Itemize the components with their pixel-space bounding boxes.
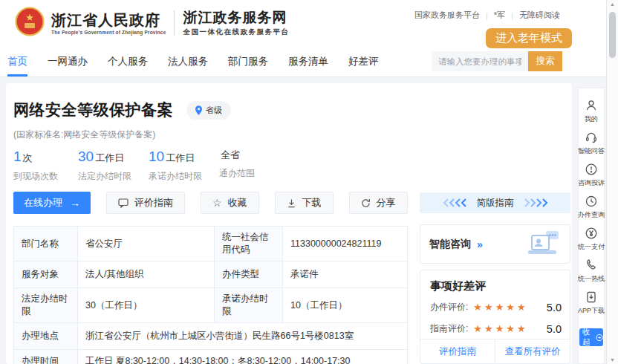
rating-link-view-all[interactable]: 查看所有评价	[495, 339, 570, 363]
toolbar-label: 统一支付	[578, 242, 605, 252]
toolbar-label: 统一热线	[578, 274, 605, 284]
rating-row-guide: 指南评价: ★★★★★ 5.0	[430, 322, 562, 335]
rating-row-case: 办件评价: ★★★★★ 5.0	[430, 301, 562, 313]
table-row: 办理地点 浙江省公安厅（杭州市上城区小营街道）民生路66号1号楼0813室	[14, 323, 408, 350]
stat-label: 承诺办结时限	[149, 170, 219, 183]
favorite-label: 收藏	[228, 196, 247, 209]
rating-label: 指南评价:	[430, 322, 468, 335]
rating-score: 5.0	[547, 302, 562, 313]
top-link-separator: |	[486, 11, 488, 20]
top-link-username[interactable]: *军	[494, 10, 505, 21]
main-card: 网络安全等级保护备案 省级 (国家标准名:网络安全等级保护备案) 1 次 到现场…	[6, 83, 572, 364]
toolbar-item-case-query[interactable]: 办件查询	[578, 195, 605, 220]
toolbar-label: 智能问答	[578, 146, 605, 156]
nav-item-department[interactable]: 部门服务	[228, 46, 268, 77]
stat-legal-limit: 30 工作日 法定办结时限	[78, 149, 149, 183]
portal-name: 浙江政务服务网	[183, 10, 289, 25]
search-input[interactable]	[432, 51, 528, 71]
download-icon	[287, 198, 296, 208]
table-label: 部门名称	[14, 227, 78, 261]
elder-mode-button[interactable]: 进入老年模式	[486, 28, 572, 48]
svg-text:★: ★	[25, 12, 34, 23]
nav-item-one-net[interactable]: 一网通办	[48, 46, 88, 77]
site-logo[interactable]: ★ 浙江省人民政府 The People's Government of Zhe…	[15, 7, 289, 39]
collapse-button[interactable]: 收起	[579, 328, 603, 346]
table-row: 法定办结时限 30（工作日） 承诺办结时限 10（工作日）	[14, 288, 408, 323]
chevrons-left-icon	[443, 198, 468, 207]
simple-guide-banner[interactable]: 简版指南	[420, 192, 570, 213]
table-value: 工作日 夏8:30-12:00，14:30-18:00；冬8:30-12:00，…	[78, 350, 408, 364]
nav-item-home[interactable]: 首页	[7, 46, 27, 77]
stat-label: 到现场次数	[13, 170, 78, 183]
table-label: 办理时间	[14, 350, 78, 364]
scroll-up-arrow-icon[interactable]: ▲	[607, 1, 618, 7]
toolbar-item-complaint[interactable]: 咨询投诉	[578, 163, 605, 188]
table-value: 30（工作日）	[78, 288, 215, 323]
stat-unit: 次	[23, 152, 33, 165]
smart-consult-title: 智能咨询	[429, 238, 471, 251]
consult-laptop-icon	[525, 230, 561, 259]
table-row: 办理时间 工作日 夏8:30-12:00，14:30-18:00；冬8:30-1…	[14, 350, 408, 364]
toolbar-item-smart-qa[interactable]: 智能问答	[578, 131, 605, 156]
header-top-links: 国家政务服务平台 | *军 | 无障碍阅读	[414, 10, 560, 21]
download-button[interactable]: 下载	[275, 192, 334, 214]
top-link-accessibility[interactable]: 无障碍阅读	[519, 10, 560, 21]
stat-value: 10	[149, 149, 164, 165]
review-guide-button[interactable]: 评价指南	[106, 192, 185, 214]
stat-label: 法定办结时限	[78, 170, 149, 183]
favorite-button[interactable]: ☆ 收藏	[201, 192, 259, 214]
level-badge-label: 省级	[206, 105, 222, 116]
chevrons-right-icon	[523, 198, 548, 207]
scroll-down-arrow-icon[interactable]: ▼	[607, 357, 618, 363]
location-pin-icon	[195, 105, 202, 115]
national-emblem-icon: ★	[15, 7, 45, 39]
toolbar-item-hotline[interactable]: 统一热线	[578, 259, 605, 284]
table-value: 113300000024821119	[283, 227, 408, 261]
nav-item-personal[interactable]: 个人服务	[108, 46, 148, 77]
simple-guide-label: 简版指南	[477, 197, 514, 209]
top-link-national-platform[interactable]: 国家政务服务平台	[414, 10, 480, 21]
toolbar-label: APP下载	[578, 306, 605, 316]
portal-name-block: 浙江政务服务网 全国一体化在线政务服务平台	[183, 10, 289, 37]
logo-divider	[174, 10, 175, 36]
collapse-label: 收起	[579, 327, 593, 348]
stat-promised-limit: 10 工作日 承诺办结时限	[149, 149, 219, 183]
toolbar-item-unified-pay[interactable]: 统一支付	[578, 227, 605, 252]
scrollbar-thumb[interactable]	[609, 12, 616, 58]
headset-icon	[585, 131, 598, 144]
page: ★ 浙江省人民政府 The People's Government of Zhe…	[0, 0, 618, 364]
toolbar-item-mine[interactable]: 我的	[585, 99, 598, 124]
search-button[interactable]: 搜索	[528, 51, 562, 71]
nav-item-legal[interactable]: 法人服务	[168, 46, 208, 77]
toolbar-label: 咨询投诉	[578, 178, 605, 188]
share-button[interactable]: 分享	[349, 192, 408, 214]
share-icon	[361, 198, 371, 208]
double-chevron-right-icon: »	[477, 238, 483, 250]
table-value: 省公安厅	[78, 227, 215, 261]
portal-subtitle: 全国一体化在线政务服务平台	[183, 27, 289, 37]
rating-label: 办件评价:	[430, 301, 468, 313]
online-apply-button[interactable]: 在线办理 →	[13, 192, 91, 214]
toolbar-item-app-download[interactable]: APP下载	[578, 290, 605, 316]
top-link-separator: |	[511, 11, 513, 20]
table-label: 办件类型	[215, 261, 283, 288]
table-value: 10（工作日）	[283, 288, 408, 323]
scrollbar[interactable]: ▲ ▼	[606, 0, 618, 364]
star-icon: ☆	[212, 198, 222, 208]
table-label: 承诺办结时限	[215, 288, 283, 323]
nav-item-service-list[interactable]: 服务清单	[288, 46, 328, 77]
rating-card-title: 事项好差评	[430, 279, 486, 293]
table-value: 法人/其他组织	[78, 261, 215, 288]
yen-circle-icon	[585, 227, 598, 240]
alert-circle-icon	[585, 163, 598, 176]
table-label: 办理地点	[14, 323, 78, 350]
table-row: 服务对象 法人/其他组织 办件类型 承诺件	[14, 261, 408, 288]
level-badge: 省级	[186, 101, 231, 120]
rating-card: 事项好差评 办件评价: ★★★★★ 5.0 指南评价: ★★★★★ 5.0 评价…	[420, 270, 570, 364]
rating-link-review-guide[interactable]: 评价指南	[420, 339, 495, 363]
smart-consult-card[interactable]: 智能咨询 »	[420, 224, 570, 264]
nav-item-rating[interactable]: 好差评	[348, 46, 379, 77]
toolbar-label: 办件查询	[578, 210, 605, 220]
table-label: 服务对象	[14, 261, 78, 288]
stat-visits: 1 次 到现场次数	[13, 149, 78, 183]
